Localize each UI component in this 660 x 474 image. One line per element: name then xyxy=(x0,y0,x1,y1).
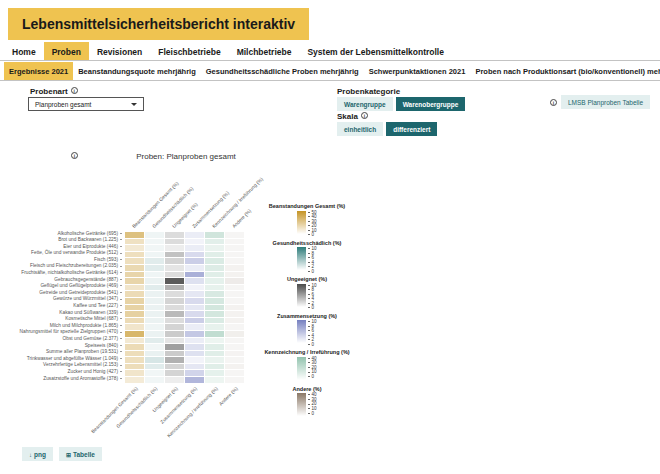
heatmap-row-label: Fruchtsäfte, nichtalkoholische Getränke … xyxy=(0,270,122,277)
legend-title: Andere (%) xyxy=(252,386,362,392)
legend-ticks: 403020100 xyxy=(308,393,316,416)
nav-item-proben[interactable]: Proben xyxy=(44,42,89,60)
subnav-item-gesundheitssch-dliche-proben-mehrj-hrig[interactable]: Gesundheitsschädliche Proben mehrjährig xyxy=(201,62,364,80)
legend-colorbar xyxy=(297,284,306,307)
heatmap-cell xyxy=(125,305,144,311)
heatmap-cell xyxy=(185,351,204,357)
legend-tick: 0 xyxy=(308,270,316,275)
legend-body: 50403020100 xyxy=(252,211,362,234)
legend-kennzeichnung-irref-hrung: Kennzeichnung / Irreführung (%)403020100 xyxy=(252,349,362,380)
heatmap-cell xyxy=(125,245,144,251)
warenobergruppe-button[interactable]: Warenobergruppe xyxy=(396,97,466,111)
legend-ticks: 50403020100 xyxy=(308,211,316,234)
heatmap-cell xyxy=(205,324,224,330)
nav-item-home[interactable]: Home xyxy=(4,42,44,60)
legend-title: Ungeeignet (%) xyxy=(252,276,362,282)
heatmap-row-label: Gebrauchsgegenstände (887) xyxy=(0,277,122,284)
info-icon[interactable] xyxy=(361,112,368,119)
heatmap-cell xyxy=(225,318,244,324)
heatmap-row-label: Zusatzstoffe und Aromastoffe (378) xyxy=(0,376,122,383)
planproben-tabelle-button[interactable]: LMSB Planproben Tabelle xyxy=(561,95,650,109)
einheitlich-button[interactable]: einheitlich xyxy=(337,122,383,136)
probenkategorie-label: Probenkategorie xyxy=(337,87,400,96)
chart-title: Proben: Planproben gesamt xyxy=(118,152,254,161)
heatmap-cell xyxy=(145,338,164,344)
heatmap-cell xyxy=(165,239,184,245)
heatmap-row-label: Fleisch und Fleischzubereitungen (2.035) xyxy=(0,263,122,270)
heatmap-cell xyxy=(225,239,244,245)
info-icon[interactable] xyxy=(550,99,557,106)
heatmap-cell xyxy=(145,318,164,324)
heatmap-cell xyxy=(205,265,224,271)
heatmap-cell xyxy=(185,232,204,238)
heatmap-cell xyxy=(225,311,244,317)
legend-title: Zusammensetzung (%) xyxy=(252,313,362,319)
heatmap-cell xyxy=(145,331,164,337)
legend-tick: 0 xyxy=(308,412,316,417)
heatmap-cell xyxy=(185,272,204,278)
subnav-item-proben-nach-produktionsart-bio-konventionell-mehrj-hrig[interactable]: Proben nach Produktionsart (bio/konventi… xyxy=(470,62,660,80)
heatmap-cell xyxy=(225,245,244,251)
legend-ungeeignet: Ungeeignet (%)1086420 xyxy=(252,276,362,307)
chart-export-toolbar: png Tabelle xyxy=(22,447,102,461)
heatmap-cell xyxy=(205,370,224,376)
heatmap-cell xyxy=(165,324,184,330)
nav-item-fleischbetriebe[interactable]: Fleischbetriebe xyxy=(150,42,228,60)
heatmap-cell xyxy=(125,324,144,330)
heatmap-cell xyxy=(225,278,244,284)
heatmap-cell xyxy=(125,291,144,297)
heatmap-cell xyxy=(125,338,144,344)
heatmap-cell xyxy=(225,370,244,376)
legend-ticks: 1086420 xyxy=(308,284,316,307)
subnav-item-schwerpunktaktionen-2021[interactable]: Schwerpunktaktionen 2021 xyxy=(364,62,471,80)
heatmap-cell xyxy=(125,265,144,271)
page-title: Lebensmittelsicherheitsbericht interakti… xyxy=(8,8,309,40)
heatmap-row-label: Brot und Backwaren (1.225) xyxy=(0,237,122,244)
heatmap-row-label: Verzehrfertige Lebensmittel (2.153) xyxy=(0,362,122,369)
heatmap-row-label: Zucker und Honig (427) xyxy=(0,369,122,376)
heatmap-cell xyxy=(225,364,244,370)
heatmap-cell xyxy=(225,258,244,264)
differenziert-button[interactable]: differenziert xyxy=(386,122,437,136)
legend-colorbar xyxy=(297,247,306,270)
heatmap-row-label: Kakao und Süßwaren (339) xyxy=(0,310,122,317)
heatmap-cell xyxy=(225,298,244,304)
heatmap-cell xyxy=(165,311,184,317)
heatmap-cell xyxy=(165,272,184,278)
heatmap-cell xyxy=(125,331,144,337)
nav-item-milchbetriebe[interactable]: Milchbetriebe xyxy=(229,42,300,60)
heatmap-cell xyxy=(185,265,204,271)
legend-zusammensetzung: Zusammensetzung (%)1086420 xyxy=(252,313,362,344)
heatmap-cell xyxy=(145,357,164,363)
heatmap-cell xyxy=(205,305,224,311)
heatmap-cell xyxy=(165,258,184,264)
heatmap-cell xyxy=(165,370,184,376)
planproben-tabelle-link: LMSB Planproben Tabelle xyxy=(547,95,650,109)
heatmap-cell xyxy=(185,245,204,251)
probenart-label: Probenart xyxy=(30,87,78,96)
info-icon[interactable] xyxy=(71,87,78,94)
heatmap-cell xyxy=(165,291,184,297)
heatmap-cell xyxy=(145,239,164,245)
chart-info-icon[interactable] xyxy=(71,152,78,159)
subnav-item-beanstandungsquote-mehrj-hrig[interactable]: Beanstandungsquote mehrjährig xyxy=(73,62,201,80)
probenkategorie-toggle: Warengruppe Warenobergruppe xyxy=(337,97,465,111)
heatmap-cell xyxy=(145,252,164,258)
legend-body: 1086420 xyxy=(252,284,362,307)
legend-colorbar xyxy=(297,320,306,343)
heatmap-cell xyxy=(185,364,204,370)
nav-item-system-der-lebensmittelkontrolle[interactable]: System der Lebensmittelkontrolle xyxy=(299,42,452,60)
download-png-button[interactable]: png xyxy=(22,447,53,461)
heatmap-cell xyxy=(185,291,204,297)
nav-item-revisionen[interactable]: Revisionen xyxy=(89,42,150,60)
heatmap-cell xyxy=(225,338,244,344)
subnav-item-ergebnisse-2021[interactable]: Ergebnisse 2021 xyxy=(4,62,73,80)
heatmap-cell xyxy=(185,324,204,330)
probenart-dropdown[interactable]: Planproben gesamt xyxy=(28,97,144,111)
heatmap-cell xyxy=(145,370,164,376)
legend-colorbar xyxy=(297,357,306,380)
heatmap-cell xyxy=(145,232,164,238)
tabelle-button[interactable]: Tabelle xyxy=(59,447,102,461)
warengruppe-button[interactable]: Warengruppe xyxy=(337,97,393,111)
heatmap-cell xyxy=(225,305,244,311)
